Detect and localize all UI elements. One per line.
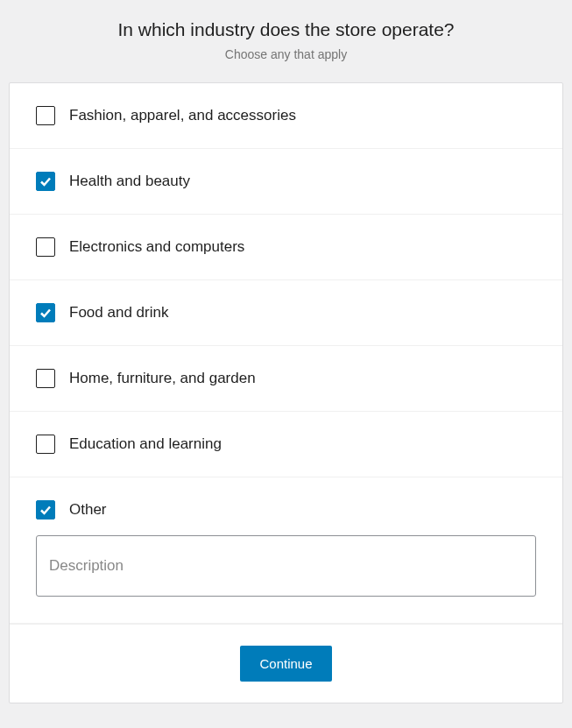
option-fashion[interactable]: Fashion, apparel, and accessories xyxy=(10,83,562,149)
option-label: Home, furniture, and garden xyxy=(69,370,256,387)
option-label: Food and drink xyxy=(69,304,168,322)
option-food-drink[interactable]: Food and drink xyxy=(10,280,562,346)
option-electronics[interactable]: Electronics and computers xyxy=(10,215,562,280)
option-label: Health and beauty xyxy=(69,173,190,190)
checkbox-fashion[interactable] xyxy=(36,106,55,125)
option-label: Fashion, apparel, and accessories xyxy=(69,107,296,124)
option-education[interactable]: Education and learning xyxy=(10,412,562,477)
checkbox-food-drink[interactable] xyxy=(36,303,55,322)
card-footer: Continue xyxy=(10,624,562,703)
page-subtitle: Choose any that apply xyxy=(9,47,563,61)
option-other[interactable]: Other xyxy=(10,477,562,624)
option-label: Other xyxy=(69,501,107,519)
check-icon xyxy=(39,174,53,188)
checkbox-health-beauty[interactable] xyxy=(36,172,55,191)
check-icon xyxy=(39,503,53,517)
form-header: In which industry does the store operate… xyxy=(9,9,563,82)
checkbox-electronics[interactable] xyxy=(36,237,55,257)
description-input[interactable] xyxy=(36,535,536,597)
page-title: In which industry does the store operate… xyxy=(9,19,563,40)
checkbox-education[interactable] xyxy=(36,435,55,454)
continue-button[interactable]: Continue xyxy=(240,646,331,682)
checkbox-other[interactable] xyxy=(36,500,55,519)
option-label: Education and learning xyxy=(69,435,222,453)
description-wrapper xyxy=(36,535,536,597)
option-label: Electronics and computers xyxy=(69,238,244,256)
check-icon xyxy=(39,306,53,320)
option-health-beauty[interactable]: Health and beauty xyxy=(10,149,562,215)
industry-card: Fashion, apparel, and accessories Health… xyxy=(9,82,563,703)
checkbox-home-furniture[interactable] xyxy=(36,369,55,388)
option-home-furniture[interactable]: Home, furniture, and garden xyxy=(10,346,562,412)
